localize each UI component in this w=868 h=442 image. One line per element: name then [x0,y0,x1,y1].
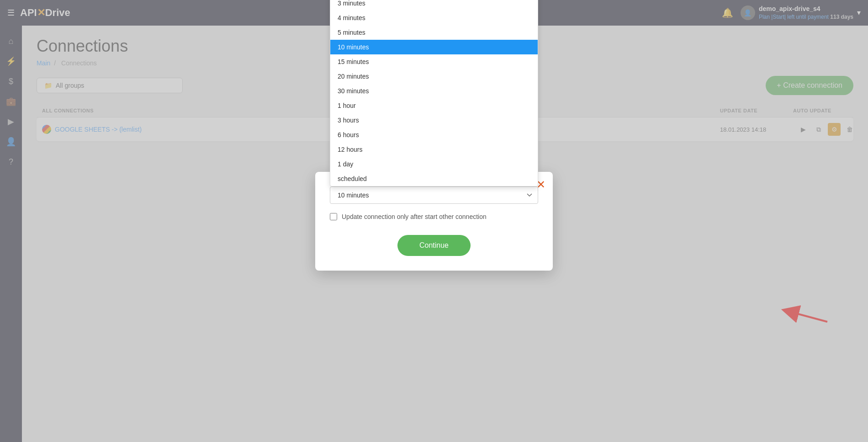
option-15min[interactable]: 15 minutes [330,54,538,69]
option-5min[interactable]: 5 minutes [330,25,538,40]
option-1h[interactable]: 1 hour [330,98,538,113]
modal-overlay: ✕ 1 minute 2 minutes 3 minutes 4 minutes… [0,0,868,442]
interval-select[interactable]: 1 minute 2 minutes 3 minutes 4 minutes 5… [330,186,538,204]
option-scheduled[interactable]: scheduled [330,171,538,186]
update-after-checkbox[interactable] [330,213,337,220]
dropdown-options-list: 1 minute 2 minutes 3 minutes 4 minutes 5… [330,0,538,186]
option-10min[interactable]: 10 minutes [330,40,538,54]
checkbox-row: Update connection only after start other… [330,213,538,220]
dropdown-container: 1 minute 2 minutes 3 minutes 4 minutes 5… [330,186,538,204]
checkbox-label[interactable]: Update connection only after start other… [342,213,487,220]
option-20min[interactable]: 20 minutes [330,69,538,84]
modal-dialog: ✕ 1 minute 2 minutes 3 minutes 4 minutes… [315,172,553,271]
option-3h[interactable]: 3 hours [330,113,538,128]
option-30min[interactable]: 30 minutes [330,84,538,98]
option-12h[interactable]: 12 hours [330,142,538,157]
option-4min[interactable]: 4 minutes [330,11,538,25]
continue-button[interactable]: Continue [397,235,471,256]
option-1d[interactable]: 1 day [330,157,538,171]
option-3min[interactable]: 3 minutes [330,0,538,11]
option-6h[interactable]: 6 hours [330,128,538,142]
